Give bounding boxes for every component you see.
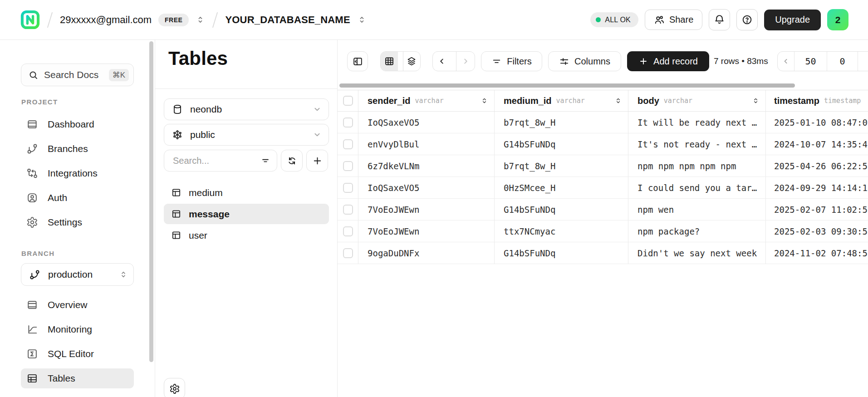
- grid-cell-medium_id[interactable]: G14bSFuNDq: [495, 133, 628, 155]
- column-header-sender_id[interactable]: sender_idvarchar: [358, 90, 495, 111]
- share-button[interactable]: Share: [645, 10, 702, 30]
- select-all-checkbox[interactable]: [343, 96, 353, 106]
- pagination: 50 0: [777, 51, 868, 71]
- grid-cell-timestamp[interactable]: 2025-01-10 08:47:0: [766, 112, 868, 133]
- help-button[interactable]: [736, 9, 758, 30]
- grid-cell-medium_id[interactable]: G14bSFuNDq: [495, 199, 628, 220]
- refresh-tables-button[interactable]: [281, 150, 303, 172]
- grid-cell-body[interactable]: npm npm npm npm npm: [628, 155, 766, 176]
- chart-line-icon: [26, 323, 38, 335]
- grid-cell-medium_id[interactable]: b7rqt_8w_H: [495, 155, 628, 176]
- sidebar-item-settings[interactable]: Settings: [21, 212, 134, 232]
- grid-cell-medium_id[interactable]: b7rqt_8w_H: [495, 112, 628, 133]
- account-switcher-chevrons-icon[interactable]: [196, 15, 205, 25]
- collapse-panel-button[interactable]: [347, 51, 368, 71]
- table-search-input[interactable]: [172, 155, 260, 167]
- sidebar-item-overview[interactable]: Overview: [21, 295, 134, 315]
- sidebar-item-branches[interactable]: Branches: [21, 139, 134, 159]
- upgrade-button[interactable]: Upgrade: [764, 10, 821, 30]
- grid-cell-sender_id[interactable]: 9ogaDuDNFx: [358, 242, 495, 264]
- data-grid: sender_idvarchar medium_idvarchar bodyva…: [338, 90, 868, 264]
- table-icon: [171, 230, 181, 240]
- status-badge[interactable]: ALL OK: [590, 12, 638, 27]
- sort-icon[interactable]: [481, 96, 488, 105]
- table-row: 7VoEoJWEwnG14bSFuNDqnpm wen2025-02-07 11…: [338, 199, 868, 221]
- sidebar-item-auth[interactable]: Auth: [21, 188, 134, 208]
- next-page-button[interactable]: [456, 52, 475, 71]
- table-list-item-medium[interactable]: medium: [164, 182, 329, 203]
- grid-cell-body[interactable]: Didn't we say next week: [628, 242, 766, 264]
- page-size-value[interactable]: 50: [794, 52, 827, 71]
- sidebar-item-monitoring[interactable]: Monitoring: [21, 319, 134, 339]
- sidebar-scrollbar[interactable]: [149, 41, 153, 362]
- credits-badge[interactable]: 2: [827, 9, 848, 30]
- grid-cell-body[interactable]: I could send you a tar…: [628, 177, 766, 198]
- sort-icon[interactable]: [614, 96, 622, 105]
- pager-prev-button[interactable]: [778, 52, 794, 71]
- grid-cell-medium_id[interactable]: ttx7NCmyac: [495, 221, 628, 242]
- notifications-button[interactable]: [709, 9, 730, 30]
- grid-cell-medium_id[interactable]: 0HzSMcee_H: [495, 177, 628, 198]
- column-header-medium_id[interactable]: medium_idvarchar: [495, 90, 628, 111]
- filter-lines-icon[interactable]: [260, 156, 270, 166]
- horizontal-scrollbar[interactable]: [339, 83, 795, 88]
- project-switcher-chevrons-icon[interactable]: [357, 15, 367, 25]
- page-offset-value[interactable]: 0: [827, 52, 858, 71]
- row-checkbox[interactable]: [343, 183, 353, 193]
- grid-cell-sender_id[interactable]: 6z7dkeVLNm: [358, 155, 495, 176]
- table-row: 9ogaDuDNFxG14bSFuNDqDidn't we say next w…: [338, 242, 868, 264]
- column-header-body[interactable]: bodyvarchar: [628, 90, 766, 111]
- column-header-timestamp[interactable]: timestamptimestamp: [766, 90, 868, 111]
- sidebar-item-tables[interactable]: Tables: [21, 368, 134, 388]
- pager-extra-cell[interactable]: [858, 52, 868, 71]
- panel-settings-button[interactable]: [164, 378, 185, 397]
- add-record-button[interactable]: Add record: [627, 51, 709, 71]
- grid-view-toggle[interactable]: [381, 52, 398, 71]
- grid-cell-body[interactable]: npm wen: [628, 199, 766, 220]
- row-checkbox[interactable]: [343, 248, 353, 258]
- layers-view-toggle[interactable]: [403, 52, 421, 71]
- grid-cell-sender_id[interactable]: 7VoEoJWEwn: [358, 199, 495, 220]
- add-table-button[interactable]: [306, 150, 328, 172]
- neon-logo-icon[interactable]: [20, 10, 40, 29]
- sidebar-item-integrations[interactable]: Integrations: [21, 163, 134, 183]
- grid-cell-timestamp[interactable]: 2025-02-03 09:30:5: [766, 221, 868, 242]
- sort-icon[interactable]: [752, 96, 760, 105]
- grid-cell-sender_id[interactable]: IoQSaxeVO5: [358, 177, 495, 198]
- grid-cell-timestamp[interactable]: 2024-11-02 07:48:5: [766, 242, 868, 264]
- row-checkbox[interactable]: [343, 118, 353, 127]
- grid-cell-sender_id[interactable]: 7VoEoJWEwn: [358, 221, 495, 242]
- grid-cell-timestamp[interactable]: 2025-04-26 06:22:5: [766, 155, 868, 176]
- project-nav: Dashboard Branches Integrations: [21, 114, 134, 232]
- row-checkbox[interactable]: [343, 139, 353, 149]
- row-checkbox[interactable]: [343, 226, 353, 236]
- prev-page-button[interactable]: [433, 52, 451, 71]
- grid-cell-timestamp[interactable]: 2024-10-07 14:35:4: [766, 133, 868, 155]
- table-row: IoQSaxeVO50HzSMcee_HI could send you a t…: [338, 177, 868, 199]
- grid-cell-timestamp[interactable]: 2025-02-07 11:02:5: [766, 199, 868, 220]
- row-checkbox[interactable]: [343, 205, 353, 215]
- columns-button[interactable]: Columns: [548, 51, 621, 71]
- branch-selector[interactable]: production: [21, 263, 134, 286]
- sidebar-item-dashboard[interactable]: Dashboard: [21, 114, 134, 134]
- account-name[interactable]: 29xxxxx@gmail.com: [60, 14, 152, 26]
- left-sidebar: Search Docs ⌘K PROJECT Dashboard Branche…: [0, 40, 155, 397]
- database-selector[interactable]: neondb: [164, 98, 329, 120]
- sidebar-item-sql-editor[interactable]: SQL Editor: [21, 344, 134, 364]
- grid-cell-medium_id[interactable]: G14bSFuNDq: [495, 242, 628, 264]
- table-list-item-message[interactable]: message: [164, 204, 329, 224]
- project-name[interactable]: YOUR_DATABASE_NAME: [225, 14, 350, 26]
- schema-selector[interactable]: public: [164, 124, 329, 146]
- grid-cell-body[interactable]: It's not ready - next …: [628, 133, 766, 155]
- column-name: sender_id: [368, 96, 410, 106]
- search-docs-input[interactable]: Search Docs ⌘K: [21, 64, 134, 86]
- grid-cell-body[interactable]: It will be ready next …: [628, 112, 766, 133]
- filters-button[interactable]: Filters: [481, 51, 542, 71]
- grid-cell-sender_id[interactable]: IoQSaxeVO5: [358, 112, 495, 133]
- table-list-item-user[interactable]: user: [164, 225, 329, 245]
- grid-cell-timestamp[interactable]: 2024-09-29 14:14:1: [766, 177, 868, 198]
- row-checkbox[interactable]: [343, 161, 353, 171]
- chevron-left-icon: [781, 57, 790, 66]
- grid-cell-body[interactable]: npm package?: [628, 221, 766, 242]
- grid-cell-sender_id[interactable]: enVvyDlBul: [358, 133, 495, 155]
